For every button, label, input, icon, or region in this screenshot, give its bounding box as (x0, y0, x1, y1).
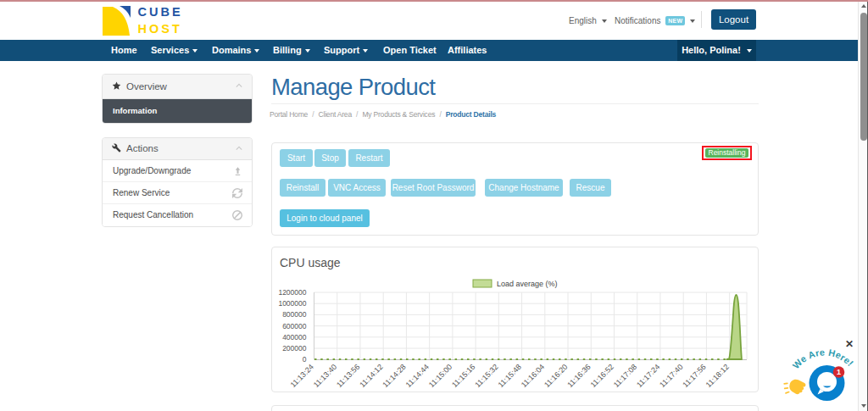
svg-text:11:13:56: 11:13:56 (335, 363, 361, 389)
svg-text:HOST: HOST (138, 22, 182, 36)
svg-text:0: 0 (303, 355, 307, 364)
svg-text:CUBE: CUBE (138, 6, 183, 19)
svg-text:200000: 200000 (282, 344, 307, 353)
svg-text:11:14:28: 11:14:28 (381, 363, 407, 389)
svg-text:11:14:44: 11:14:44 (404, 363, 431, 389)
svg-text:11:16:36: 11:16:36 (565, 363, 592, 389)
svg-text:11:13:24: 11:13:24 (289, 363, 315, 389)
svg-text:11:15:48: 11:15:48 (497, 363, 523, 389)
svg-text:Load average (%): Load average (%) (497, 280, 558, 288)
svg-text:11:14:12: 11:14:12 (358, 363, 384, 389)
svg-text:11:16:52: 11:16:52 (589, 363, 615, 389)
svg-text:11:16:04: 11:16:04 (520, 363, 546, 389)
svg-text:1000000: 1000000 (278, 299, 306, 308)
svg-text:800000: 800000 (282, 310, 307, 319)
svg-text:11:16:20: 11:16:20 (542, 363, 569, 389)
svg-text:11:15:32: 11:15:32 (473, 363, 499, 389)
svg-text:1200000: 1200000 (278, 288, 306, 297)
svg-text:11:17:08: 11:17:08 (612, 363, 638, 389)
svg-text:11:15:16: 11:15:16 (450, 363, 476, 389)
svg-text:11:18:12: 11:18:12 (704, 363, 731, 389)
svg-text:600000: 600000 (282, 322, 307, 330)
svg-text:1: 1 (837, 368, 841, 376)
svg-text:400000: 400000 (282, 333, 307, 342)
svg-text:11:17:56: 11:17:56 (681, 363, 707, 389)
svg-text:11:17:40: 11:17:40 (658, 363, 684, 389)
svg-text:11:13:40: 11:13:40 (312, 363, 338, 389)
svg-text:11:17:24: 11:17:24 (635, 363, 661, 389)
svg-text:11:15:00: 11:15:00 (427, 363, 453, 389)
